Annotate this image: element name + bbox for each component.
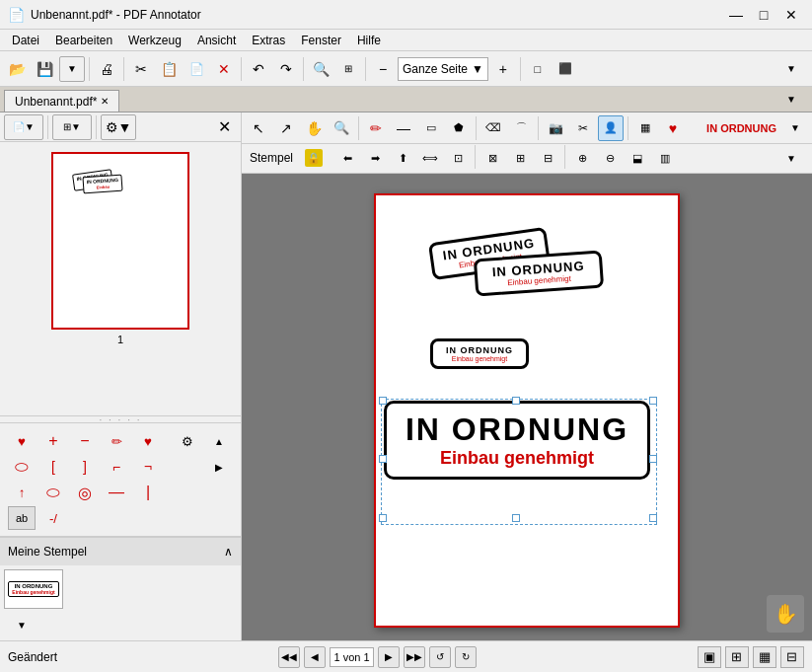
select-tool-btn[interactable]: ↖ (246, 115, 271, 141)
zoom-dropdown[interactable]: Ganze Seite ▼ (398, 57, 488, 81)
view-single-page-btn[interactable]: ▣ (698, 646, 721, 668)
hand-tool-btn[interactable]: ✋ (301, 115, 327, 141)
handle-bm[interactable] (512, 514, 520, 522)
undo-button[interactable]: ↶ (246, 56, 271, 82)
thumbnail-frame-1[interactable]: IN ORDNUNGEinbau IN ORDNUNGEinbau (51, 152, 189, 330)
cut-button[interactable]: ✂ (128, 56, 154, 82)
view-single-button[interactable]: □ (525, 56, 551, 82)
pen-tool-btn[interactable]: ✏ (363, 115, 389, 141)
add-annot-btn[interactable]: + (39, 429, 67, 453)
bracket-l-tool[interactable]: [ (39, 455, 67, 479)
view-continuous-btn[interactable]: ⊞ (725, 646, 749, 668)
save-button[interactable]: 💾 (32, 56, 57, 82)
zoom-in-button[interactable]: + (490, 56, 516, 82)
stamp-thumbnail-1[interactable]: IN ORDNUNG Einbau genehmigt (4, 569, 63, 609)
camera-btn[interactable]: 📷 (543, 115, 568, 141)
circle-tool[interactable]: ⬭ (39, 481, 67, 504)
handle-br[interactable] (649, 514, 657, 522)
float-hand-button[interactable]: ✋ (767, 595, 804, 633)
copy-button[interactable]: 📋 (156, 56, 182, 82)
arrow-tool[interactable]: ↑ (8, 481, 36, 504)
line-draw-btn[interactable]: — (391, 115, 416, 141)
eraser-btn[interactable]: ⌫ (480, 115, 506, 141)
curve-btn[interactable]: ⌒ (508, 115, 534, 141)
grid-tool-btn[interactable]: ▦ (632, 115, 658, 141)
distribute-h-btn[interactable]: ⟺ (417, 145, 443, 171)
panel-settings-btn[interactable]: ⚙▼ (101, 114, 136, 140)
edit-annot-btn[interactable]: ✏ (103, 429, 130, 453)
rotate-cw-btn[interactable]: ⊕ (569, 145, 595, 171)
oval-tool[interactable]: ⬭ (8, 455, 36, 479)
pointer-tool-btn[interactable]: ↗ (273, 115, 299, 141)
nav-rewind-button[interactable]: ↺ (429, 646, 451, 668)
fav-annot-btn[interactable]: ♥ (134, 429, 162, 453)
stamp-4[interactable]: IN ORDNUNG Einbau genehmigt (384, 401, 650, 480)
save-extra-button[interactable]: ▼ (59, 56, 85, 82)
align-up-btn[interactable]: ⬆ (390, 145, 415, 171)
nav-last-button[interactable]: ▶▶ (404, 646, 425, 668)
stamp-2[interactable]: IN ORDNUNG Einbau genehmigt (474, 251, 604, 297)
view-double-page-btn[interactable]: ▦ (753, 646, 776, 668)
close-left-panel-btn[interactable]: ✕ (211, 114, 237, 140)
corner-tr-tool[interactable]: ¬ (134, 455, 162, 479)
nav-prev-button[interactable]: ◀ (304, 646, 326, 668)
bring-front-btn[interactable]: ⊠ (480, 145, 505, 171)
distribute-v-btn[interactable]: ⊡ (445, 145, 471, 171)
stamp-tool-btn[interactable]: 👤 (598, 115, 624, 141)
view-double-cont-btn[interactable]: ⊟ (780, 646, 804, 668)
redo-button[interactable]: ↷ (273, 56, 299, 82)
menu-extras[interactable]: Extras (244, 30, 293, 51)
group-btn[interactable]: ⊟ (535, 145, 560, 171)
toolbar2-expand-btn[interactable]: ▼ (778, 145, 804, 171)
nav-next-button[interactable]: ▶ (378, 646, 400, 668)
align-left-btn[interactable]: ⬅ (334, 145, 360, 171)
delete-button[interactable]: ✕ (211, 56, 237, 82)
crop-btn[interactable]: ✂ (570, 115, 596, 141)
new-btn[interactable]: 📄▼ (4, 114, 43, 140)
scroll-right[interactable]: ▶ (205, 455, 233, 479)
open-button[interactable]: 📂 (4, 56, 30, 82)
rotate-ccw-btn[interactable]: ⊖ (597, 145, 623, 171)
handle-ml[interactable] (379, 455, 387, 463)
pdf-tab[interactable]: Unbenannt.pdf* ✕ (4, 90, 119, 112)
line-tool[interactable]: — (103, 481, 130, 504)
view-mode-btn[interactable]: ⊞▼ (52, 114, 92, 140)
tab-list-button[interactable]: ▼ (778, 86, 804, 112)
settings-annot-btn[interactable]: ⚙ (174, 429, 201, 453)
maximize-button[interactable]: □ (751, 5, 776, 25)
menu-fenster[interactable]: Fenster (293, 30, 349, 51)
corner-tl-tool[interactable]: ⌐ (103, 455, 130, 479)
panel-divider[interactable]: · · · · · (0, 415, 241, 423)
bracket-r-tool[interactable]: ] (71, 455, 99, 479)
flip-h-btn[interactable]: ⬓ (625, 145, 650, 171)
print-button[interactable]: 🖨 (94, 56, 119, 82)
handle-tl[interactable] (379, 397, 387, 405)
zoom-tool-btn[interactable]: 🔍 (329, 115, 354, 141)
minimize-button[interactable]: — (723, 5, 749, 25)
toolbar-arrow-button[interactable]: ▼ (778, 56, 804, 82)
menu-hilfe[interactable]: Hilfe (349, 30, 389, 51)
zoom-out-button[interactable]: − (370, 56, 396, 82)
stamp-3[interactable]: IN ORDNUNG Einbau genehmigt (430, 338, 529, 369)
menu-ansicht[interactable]: Ansicht (189, 30, 244, 51)
heart-btn[interactable]: ♥ (8, 429, 36, 453)
view-double-button[interactable]: ⬛ (553, 56, 578, 82)
handle-bl[interactable] (379, 514, 387, 522)
ellipse-btn[interactable]: ⬟ (446, 115, 472, 141)
page-input[interactable] (330, 647, 374, 667)
paste-button[interactable]: 📄 (184, 56, 209, 82)
nav-forward-button[interactable]: ↻ (455, 646, 477, 668)
search-button[interactable]: 🔍 (308, 56, 333, 82)
scroll-up-btn[interactable]: ▲ (205, 429, 233, 453)
dash-tool[interactable]: -/ (39, 506, 67, 530)
menu-datei[interactable]: Datei (4, 30, 47, 51)
thumbnail-item-1[interactable]: IN ORDNUNGEinbau IN ORDNUNGEinbau 1 (51, 152, 189, 345)
align-right-btn[interactable]: ➡ (362, 145, 388, 171)
remove-annot-btn[interactable]: − (71, 429, 99, 453)
handle-mr[interactable] (649, 455, 657, 463)
nav-first-button[interactable]: ◀◀ (278, 646, 300, 668)
flip-v-btn[interactable]: ▥ (652, 145, 678, 171)
text-tool[interactable]: ab (8, 506, 36, 530)
target-tool[interactable]: ◎ (71, 481, 99, 504)
handle-tr[interactable] (649, 397, 657, 405)
